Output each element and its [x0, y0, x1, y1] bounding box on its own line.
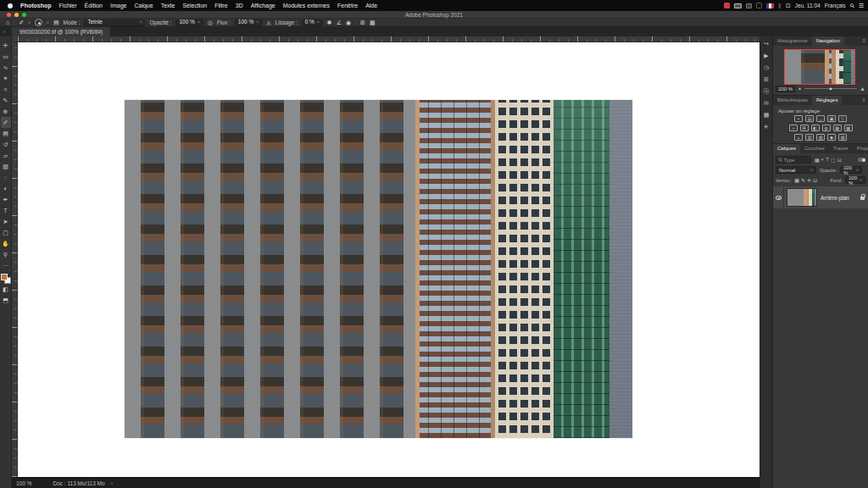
timeline-panel-icon[interactable]: ◷ [764, 64, 769, 70]
tab-navigation[interactable]: Navigation [812, 36, 844, 46]
layer-row-background[interactable]: Arrière-plan [773, 186, 868, 208]
tool-shape[interactable]: ▢ [1, 227, 11, 238]
tool-dodge[interactable]: ◐ [1, 183, 11, 194]
status-zoom-level[interactable]: 100 % [16, 480, 31, 486]
tool-eyedropper[interactable]: ✎ [1, 95, 11, 106]
blend-mode-select[interactable]: Teinte˅ [84, 19, 145, 26]
opacity-select[interactable]: 100 %˅ [175, 19, 203, 26]
layer-filter-toggle[interactable] [858, 158, 865, 162]
tool-blur[interactable]: ◌ [1, 172, 11, 183]
tool-crop[interactable]: ⌗ [1, 84, 11, 95]
home-icon[interactable]: ⌂ [6, 19, 9, 25]
tool-clone-stamp[interactable]: ▤ [1, 128, 11, 139]
type-filter[interactable]: T [826, 157, 829, 163]
menu-modules-externes[interactable]: Modules externes [283, 3, 330, 8]
tool-type[interactable]: T [1, 205, 11, 216]
tool-pen[interactable]: ✒ [1, 194, 11, 205]
tab-calques[interactable]: Calques [773, 144, 800, 153]
menu-s-lection[interactable]: Sélection [182, 3, 207, 8]
layer-fill-select[interactable]: 100 %˅ [845, 176, 865, 184]
tool-history-brush[interactable]: ↺ [1, 139, 11, 150]
flow-select[interactable]: 100 %˅ [235, 19, 262, 26]
menu--dition[interactable]: Édition [85, 3, 103, 8]
brush-angle-icon[interactable]: ∠ [337, 19, 342, 25]
menu-affichage[interactable]: Affichage [251, 3, 275, 8]
adjustment-icon-brightness-contrast[interactable]: ◓ [794, 115, 803, 122]
navigator-zoom-field[interactable]: 100 % [776, 86, 795, 92]
screen-mirroring-icon[interactable]: ⊡ [786, 3, 791, 8]
photo-building-facades[interactable] [125, 100, 632, 438]
tool-more-tools[interactable]: ⋯ [1, 260, 11, 271]
tool-zoom[interactable]: ⚲ [1, 249, 11, 260]
pressure-size-icon[interactable]: ◉ [346, 19, 351, 25]
tab-overflow-chevron-icon[interactable]: ‹ [3, 27, 5, 36]
smoothing-select[interactable]: 0 %˅ [302, 19, 323, 26]
tool-brush[interactable]: ✐ [1, 117, 11, 128]
symmetry-icon[interactable]: ⊞ [360, 19, 365, 25]
menu-texte[interactable]: Texte [161, 3, 175, 8]
adjustment-icon-photo-filter[interactable]: ◍ [822, 125, 831, 131]
smart-object-filter[interactable]: ⊡ [837, 157, 842, 163]
navigator-zoom-slider[interactable]: ▲ [804, 88, 857, 89]
comments-panel-icon[interactable]: ✉ [764, 100, 769, 106]
pressure-opacity-icon[interactable]: ◎ [208, 19, 213, 25]
adjustment-icon-curves[interactable]: ◡ [816, 115, 825, 122]
lock-move[interactable]: ✛ [807, 177, 811, 183]
tool-magic-wand[interactable]: ✶ [1, 73, 11, 84]
menu-calque[interactable]: Calque [134, 3, 153, 8]
horizontal-ruler[interactable] [18, 36, 760, 42]
brush-tool-icon[interactable]: ✐ [19, 19, 24, 25]
zoom-out-mountain-icon[interactable]: ▲ [798, 86, 802, 91]
bluetooth-icon[interactable]: ᛒ [778, 3, 782, 8]
tool-path-selection[interactable]: ➤ [1, 216, 11, 227]
menu-aide[interactable]: Aide [365, 3, 377, 8]
vertical-ruler[interactable] [12, 42, 18, 477]
status-app-icon-2[interactable] [756, 3, 762, 8]
layer-filter-search[interactable]: ⚲ Type [776, 156, 811, 164]
adjustment-icon-levels[interactable]: ▤ [805, 115, 814, 122]
tab-traces[interactable]: Tracés [829, 144, 853, 153]
menu-bar-clock[interactable]: Jeu. 11:04 [795, 3, 821, 8]
actions-panel-icon[interactable]: ▶ [764, 53, 768, 58]
shape-filter[interactable]: ▢ [831, 157, 836, 163]
adjustment-icon-vibrance[interactable]: ▽ [838, 115, 847, 122]
quick-mask-icon[interactable]: ◧ [1, 284, 11, 295]
input-language[interactable]: Français [825, 3, 846, 8]
tab-reglages[interactable]: Réglages [812, 96, 842, 105]
zoom-in-mountain-icon[interactable]: ▲ [860, 86, 865, 92]
tool-move[interactable]: ✛ [1, 40, 11, 51]
menu-image[interactable]: Image [110, 3, 126, 8]
adjustment-icon-channel-mixer[interactable]: ▦ [833, 125, 842, 131]
menu-3d[interactable]: 3D [236, 3, 243, 8]
history-panel-icon[interactable]: ↪ [764, 41, 769, 47]
lock-transparent[interactable]: ▦ [794, 177, 799, 183]
camera-status-icon[interactable] [746, 3, 752, 8]
slider-thumb[interactable]: ▲ [829, 86, 833, 91]
french-flag-icon[interactable] [766, 3, 774, 8]
lock-paint[interactable]: ✎ [801, 177, 805, 183]
layer-visibility-toggle[interactable] [773, 186, 784, 208]
screen-mode-icon[interactable]: ⬒ [1, 295, 11, 306]
tool-lasso[interactable]: ∿ [1, 62, 11, 73]
tool-spot-healing[interactable]: ⊕ [1, 106, 11, 117]
apple-menu[interactable] [8, 3, 13, 8]
panel-menu-icon[interactable]: ≡ [862, 96, 865, 105]
menu-fen-tre[interactable]: Fenêtre [337, 3, 358, 8]
layer-blend-mode-select[interactable]: Normal˅ [776, 166, 816, 174]
status-app-icon[interactable] [724, 3, 730, 8]
tab-couches[interactable]: Couches [800, 144, 829, 153]
toggle-brush-panel-icon[interactable]: ▤ [53, 19, 59, 25]
smoothing-options-gear-icon[interactable]: ✱ [327, 19, 332, 25]
menu-fichier[interactable]: Fichier [59, 3, 77, 8]
character-panel-icon[interactable]: ✳ [764, 124, 769, 130]
layer-opacity-select[interactable]: 100 %˅ [840, 166, 862, 174]
adjustment-icon-threshold[interactable]: ▨ [816, 134, 825, 141]
layer-thumbnail[interactable] [787, 189, 816, 206]
spotlight-search-icon[interactable]: ⚲ [849, 2, 856, 9]
clone-source-panel-icon[interactable]: ⊞ [764, 76, 769, 82]
foreground-color-swatch[interactable] [1, 274, 8, 280]
tab-proprietes[interactable]: Propriétés [853, 144, 868, 153]
tool-rectangular-marquee[interactable]: ▭ [1, 51, 11, 62]
pixel-filter[interactable]: ▦ [815, 157, 820, 163]
info-panel-icon[interactable]: ▦ [764, 112, 770, 118]
